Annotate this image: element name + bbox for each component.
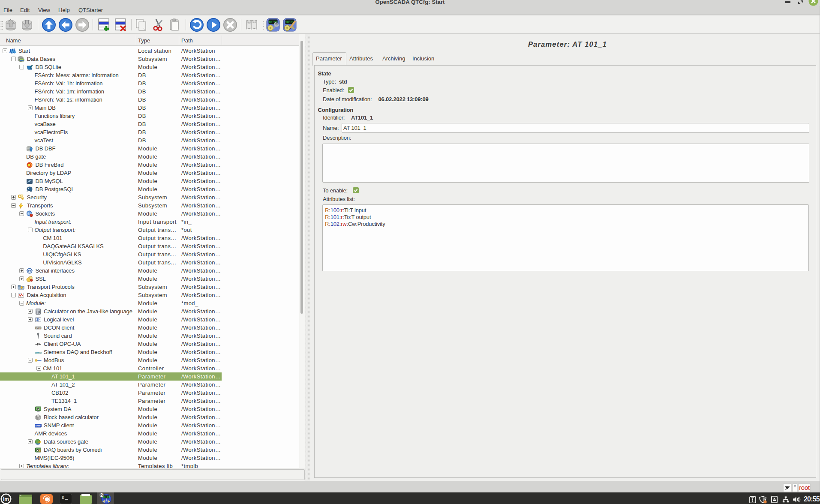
svg-text:10:05: 10:05 xyxy=(103,496,110,499)
svg-text:$: $ xyxy=(62,496,64,500)
svg-text:SIEMENS: SIEMENS xyxy=(35,351,42,354)
svg-text:2: 2 xyxy=(100,493,103,498)
svg-text:lm: lm xyxy=(3,496,9,502)
svg-text:DCON: DCON xyxy=(35,327,41,329)
svg-text:SNMP: SNMP xyxy=(35,424,41,427)
